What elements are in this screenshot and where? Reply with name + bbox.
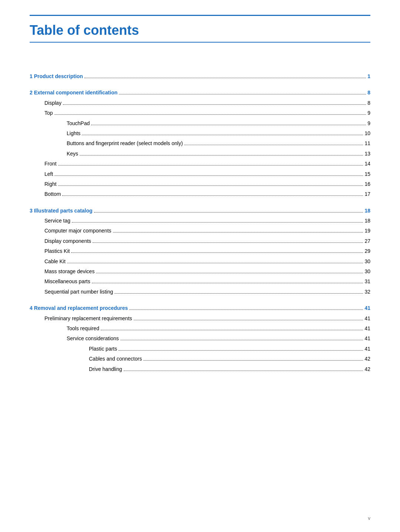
toc-entry-section-2-lights[interactable]: Lights10: [30, 129, 370, 137]
top-border: [30, 15, 370, 16]
toc-dots: [71, 252, 363, 253]
toc-label: TouchPad: [67, 119, 90, 127]
toc-dots: [114, 293, 363, 294]
toc-label: Plastic parts: [89, 345, 117, 353]
toc-entry-section-2-display[interactable]: Display8: [30, 99, 370, 107]
toc-page: 41: [364, 314, 370, 322]
toc-label: Service tag: [44, 217, 70, 225]
toc-dots: [94, 212, 363, 213]
toc-entry-section-4-tools[interactable]: Tools required41: [30, 324, 370, 332]
toc-dots: [119, 94, 366, 94]
toc-label: Right: [44, 180, 57, 188]
toc-page: 19: [364, 227, 370, 235]
toc-entry-section-4-preliminary[interactable]: Preliminary replacement requirements41: [30, 314, 370, 322]
toc-page: 30: [364, 267, 370, 275]
toc-label: Preliminary replacement requirements: [44, 314, 132, 322]
toc-entry-section-4-plastic-parts[interactable]: Plastic parts41: [30, 345, 370, 353]
toc-page: 41: [364, 324, 370, 332]
toc-dots: [96, 273, 363, 273]
toc-label: 3 Illustrated parts catalog: [30, 207, 93, 215]
toc-page: 15: [364, 170, 370, 178]
toc-dots: [101, 330, 363, 330]
toc-page: 10: [364, 129, 370, 137]
toc-page: 14: [364, 160, 370, 168]
toc-dots: [72, 222, 363, 222]
toc-dots: [82, 135, 363, 135]
toc-entry-section-3-misc-parts[interactable]: Miscellaneous parts31: [30, 277, 370, 285]
toc-dots: [124, 371, 363, 371]
toc-entry-section-3-cable-kit[interactable]: Cable Kit30: [30, 257, 370, 265]
toc-label: Left: [44, 170, 53, 178]
toc-page: 41: [364, 345, 370, 353]
toc-entry-section-1[interactable]: 1 Product description1: [30, 72, 370, 80]
toc-page: 18: [364, 217, 370, 225]
toc-entry-section-2-bottom[interactable]: Bottom17: [30, 190, 370, 198]
toc-page: 9: [367, 119, 370, 127]
toc-entry-section-3-plastics-kit[interactable]: Plastics Kit29: [30, 247, 370, 255]
toc-dots: [80, 155, 363, 155]
toc-page: 41: [364, 304, 370, 312]
toc-label: Mass storage devices: [44, 267, 94, 275]
toc-dots: [143, 360, 363, 361]
toc-entry-section-2-buttons[interactable]: Buttons and fingerprint reader (select m…: [30, 139, 370, 147]
toc-dots: [58, 165, 363, 165]
toc-label: Sequential part number listing: [44, 288, 113, 296]
toc-page: 1: [367, 72, 370, 80]
toc-page: 8: [367, 99, 370, 107]
toc-dots: [62, 195, 363, 196]
toc-label: 4 Removal and replacement procedures: [30, 304, 128, 312]
toc-label: Cable Kit: [44, 257, 66, 265]
toc-entry-section-3-display-components[interactable]: Display components27: [30, 237, 370, 245]
toc-container: 1 Product description12 External compone…: [30, 72, 370, 373]
toc-dots: [120, 340, 363, 340]
toc-entry-section-4[interactable]: 4 Removal and replacement procedures41: [30, 304, 370, 312]
toc-dots: [134, 320, 363, 320]
toc-entry-section-2-left[interactable]: Left15: [30, 170, 370, 178]
toc-label: Miscellaneous parts: [44, 277, 90, 285]
toc-page: 9: [367, 109, 370, 117]
toc-entry-section-2[interactable]: 2 External component identification8: [30, 88, 370, 97]
toc-dots: [119, 350, 363, 351]
toc-page: 32: [364, 288, 370, 296]
toc-dots: [63, 104, 366, 105]
toc-dots: [84, 78, 366, 78]
toc-page: 27: [364, 237, 370, 245]
page-title: Table of contents: [30, 23, 370, 43]
toc-page: 42: [364, 365, 370, 373]
toc-label: 2 External component identification: [30, 88, 117, 97]
toc-label: Buttons and fingerprint reader (select m…: [67, 139, 183, 147]
toc-label: Display: [44, 99, 61, 107]
toc-entry-section-2-front[interactable]: Front14: [30, 160, 370, 168]
toc-entry-section-3-mass-storage[interactable]: Mass storage devices30: [30, 267, 370, 275]
toc-label: Display components: [44, 237, 91, 245]
toc-label: Drive handling: [89, 365, 122, 373]
toc-dots: [54, 114, 366, 115]
toc-label: Front: [44, 160, 57, 168]
toc-entry-section-4-cables-connectors[interactable]: Cables and connectors42: [30, 355, 370, 363]
toc-dots: [113, 232, 363, 232]
toc-entry-section-4-service-considerations[interactable]: Service considerations41: [30, 334, 370, 342]
toc-label: Tools required: [67, 324, 99, 332]
toc-entry-section-3-computer-major[interactable]: Computer major components19: [30, 227, 370, 235]
toc-page: 11: [364, 139, 370, 147]
toc-dots: [91, 125, 366, 125]
toc-page: 16: [364, 180, 370, 188]
toc-label: Bottom: [44, 190, 61, 198]
toc-entry-section-3-service-tag[interactable]: Service tag18: [30, 217, 370, 225]
toc-entry-section-2-right[interactable]: Right16: [30, 180, 370, 188]
toc-entry-section-2-top[interactable]: Top9: [30, 109, 370, 117]
toc-entry-section-3[interactable]: 3 Illustrated parts catalog18: [30, 207, 370, 215]
toc-page: 31: [364, 277, 370, 285]
toc-entry-section-2-touchpad[interactable]: TouchPad9: [30, 119, 370, 127]
toc-label: Plastics Kit: [44, 247, 70, 255]
toc-label: Lights: [67, 129, 80, 137]
toc-entry-section-4-drive-handling[interactable]: Drive handling42: [30, 365, 370, 373]
toc-dots: [129, 310, 363, 310]
toc-dots: [184, 145, 363, 145]
toc-dots: [58, 185, 363, 186]
toc-label: Top: [44, 109, 53, 117]
toc-dots: [67, 263, 363, 263]
toc-dots: [93, 242, 363, 243]
toc-entry-section-2-keys[interactable]: Keys13: [30, 150, 370, 158]
toc-entry-section-3-sequential[interactable]: Sequential part number listing32: [30, 288, 370, 296]
